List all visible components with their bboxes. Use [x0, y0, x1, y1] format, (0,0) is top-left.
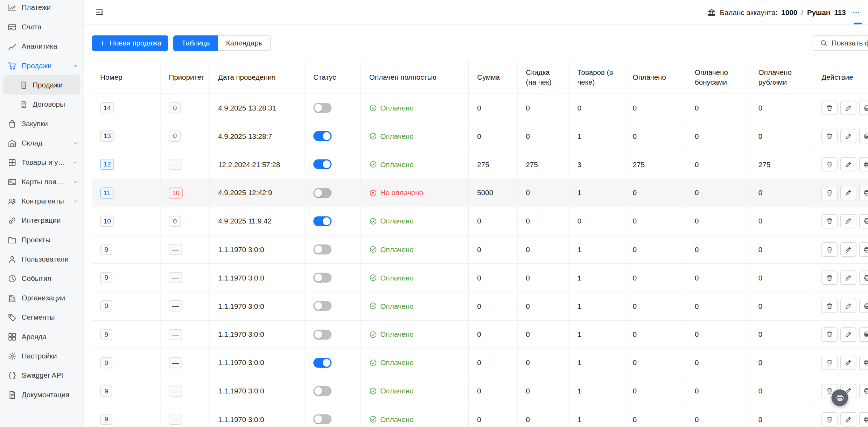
sidebar-item-segments[interactable]: Сегменты: [0, 307, 83, 327]
status-switch[interactable]: [313, 273, 331, 283]
status-switch[interactable]: [313, 301, 331, 311]
sidebar-collapse-button[interactable]: [95, 8, 104, 16]
sidebar-item-organizations[interactable]: Организации: [0, 288, 83, 307]
status-switch[interactable]: [313, 329, 331, 339]
check-circle-icon: [369, 161, 377, 168]
date-text: 1.1.1970 3:0:0: [218, 273, 264, 282]
loyalty-icon: [8, 177, 16, 186]
show-filters-button[interactable]: Показать фильтры: [813, 35, 868, 50]
edit-action-button[interactable]: [840, 157, 856, 172]
cell-discount: 0: [518, 405, 569, 427]
status-switch[interactable]: [313, 216, 331, 226]
edit-action-button[interactable]: [840, 101, 856, 115]
table-row[interactable]: 9—1.1.1970 3:0:0Оплачено001000: [92, 236, 868, 264]
sidebar-item-purchases[interactable]: Закупки: [0, 114, 83, 133]
cell-actions: [813, 151, 868, 178]
delete-action-button[interactable]: [821, 271, 838, 285]
edit-action-button[interactable]: [840, 129, 856, 143]
status-switch[interactable]: [313, 103, 331, 113]
print-action-button[interactable]: [859, 101, 868, 115]
edit-action-button[interactable]: [840, 412, 856, 427]
sidebar-item-documentation[interactable]: Документация: [0, 385, 83, 404]
edit-icon: [845, 218, 852, 225]
delete-action-button[interactable]: [821, 412, 838, 427]
sidebar-item-counterparties[interactable]: Контрагенты: [0, 191, 83, 211]
delete-action-button[interactable]: [821, 356, 838, 370]
print-action-button[interactable]: [859, 214, 868, 228]
table-row[interactable]: 1004.9.2025 11:9:42Оплачено000000: [92, 207, 868, 236]
status-switch[interactable]: [313, 358, 331, 368]
print-action-button[interactable]: [859, 384, 868, 398]
print-action-button[interactable]: [859, 412, 868, 427]
print-action-button[interactable]: [859, 157, 868, 172]
view-tab-table[interactable]: Таблица: [173, 35, 218, 50]
sidebar-item-loyalty-cards[interactable]: Карты лояльности: [0, 172, 83, 191]
status-switch[interactable]: [313, 188, 331, 198]
edit-action-button[interactable]: [840, 327, 856, 342]
sidebar-item-analytics[interactable]: Аналитика: [0, 36, 83, 56]
sidebar-item-warehouse[interactable]: Склад: [0, 133, 83, 152]
print-action-button[interactable]: [859, 242, 868, 257]
col-header-priority[interactable]: Приоритет: [161, 61, 210, 93]
cell-number: 14: [92, 94, 161, 122]
delete-action-button[interactable]: [821, 242, 838, 257]
edit-action-button[interactable]: [840, 214, 856, 228]
delete-action-button[interactable]: [821, 327, 838, 342]
delete-action-button[interactable]: [821, 101, 838, 115]
delete-action-button[interactable]: [821, 186, 838, 200]
print-action-button[interactable]: [859, 186, 868, 200]
cell-status: [305, 94, 361, 122]
sidebar-item-label: Интеграции: [22, 216, 78, 225]
table-row[interactable]: 9—1.1.1970 3:0:0Оплачено001000: [92, 349, 868, 377]
edit-action-button[interactable]: [840, 271, 856, 285]
new-sale-button[interactable]: Новая продажа: [92, 35, 169, 50]
edit-action-button[interactable]: [840, 299, 856, 313]
status-switch[interactable]: [313, 386, 331, 396]
sidebar-item-goods-services[interactable]: Товары и услуги: [0, 153, 83, 172]
status-switch[interactable]: [313, 244, 331, 254]
cell-paid-full: Оплачено: [361, 377, 469, 405]
edit-action-button[interactable]: [840, 186, 856, 200]
table-row[interactable]: 11104.9.2025 12:42:9Не оплачено500001000: [92, 179, 868, 207]
delete-action-button[interactable]: [821, 299, 838, 313]
sidebar-item-events[interactable]: События: [0, 269, 83, 288]
table-row[interactable]: 1404.9.2025 13:28:31Оплачено000000: [92, 94, 868, 122]
sidebar-item-settings[interactable]: Настройки: [0, 346, 83, 365]
sidebar-item-invoices[interactable]: Счета: [0, 17, 83, 36]
print-action-button[interactable]: [859, 271, 868, 285]
sidebar-item-contracts[interactable]: Договоры: [0, 94, 83, 114]
table-row[interactable]: 9—1.1.1970 3:0:0Оплачено001000: [92, 264, 868, 292]
delete-action-button[interactable]: [821, 214, 838, 228]
cell-discount: 0: [518, 292, 569, 320]
edit-action-button[interactable]: [840, 356, 856, 370]
status-switch[interactable]: [313, 159, 331, 169]
print-action-button[interactable]: [859, 299, 868, 313]
print-action-button[interactable]: [859, 356, 868, 370]
table-row[interactable]: 9—1.1.1970 3:0:0Оплачено001000: [92, 292, 868, 321]
status-switch[interactable]: [313, 131, 331, 141]
floating-print-button[interactable]: [832, 389, 848, 406]
delete-action-button[interactable]: [821, 129, 838, 143]
sidebar-item-users[interactable]: Пользователи: [0, 249, 83, 269]
sidebar-item-integrations[interactable]: Интеграции: [0, 211, 83, 230]
edit-action-button[interactable]: [840, 242, 856, 257]
cell-priority: —: [161, 349, 210, 377]
sidebar-item-projects[interactable]: Проекты: [0, 230, 83, 249]
table-row[interactable]: 9—1.1.1970 3:0:0Оплачено001000: [92, 377, 868, 405]
sidebar-item-rent[interactable]: Аренда: [0, 327, 83, 346]
table-row[interactable]: 9—1.1.1970 3:0:0Оплачено001000: [92, 405, 868, 427]
priority-badge: —: [169, 159, 182, 170]
status-switch[interactable]: [313, 414, 331, 424]
more-menu-button[interactable]: [852, 8, 860, 16]
table-row[interactable]: 12—12.2.2024 21:57:28Оплачено27527532750…: [92, 151, 868, 179]
print-action-button[interactable]: [859, 129, 868, 143]
delete-action-button[interactable]: [821, 157, 838, 172]
sidebar-item-sales-list[interactable]: Продажи: [3, 75, 80, 94]
table-row[interactable]: 9—1.1.1970 3:0:0Оплачено001000: [92, 321, 868, 349]
view-tab-calendar[interactable]: Календарь: [218, 35, 271, 50]
print-action-button[interactable]: [859, 327, 868, 342]
sidebar-item-sales[interactable]: Продажи: [0, 56, 83, 75]
sidebar-item-swagger-api[interactable]: Swagger API: [0, 365, 83, 385]
sidebar-item-payments[interactable]: Платежи: [0, 0, 83, 17]
table-row[interactable]: 1304.9.2025 13:28:7Оплачено001000: [92, 122, 868, 151]
